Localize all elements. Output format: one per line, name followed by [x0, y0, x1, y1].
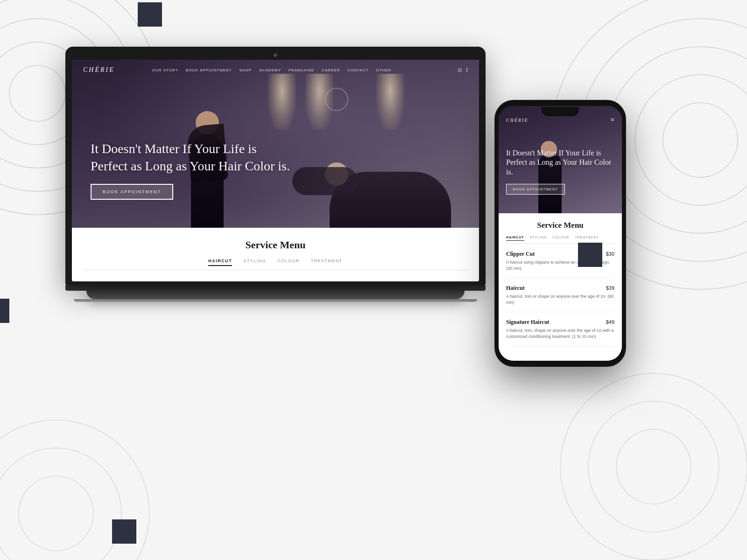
- svg-point-0: [9, 65, 65, 121]
- laptop-hinge: [65, 285, 486, 291]
- decorative-square-1: [138, 2, 162, 27]
- laptop-foot: [74, 299, 477, 302]
- service-item-price: $49: [606, 319, 614, 325]
- svg-point-7: [607, 47, 747, 233]
- hero-headline: It Doesn't Matter If Your Life is Perfec…: [91, 140, 296, 175]
- laptop-hero: CHÉRIE OUR STORY BOOK APPOINTMENT SHOP A…: [72, 60, 479, 228]
- phone-notch: [542, 107, 579, 116]
- decorative-square-4: [0, 299, 9, 323]
- phone-tab-styling[interactable]: STYLING: [530, 236, 547, 241]
- nav-our-story[interactable]: OUR STORY: [152, 68, 178, 72]
- nav-academy[interactable]: ACADEMY: [259, 68, 281, 72]
- service-item-desc: A haircut, trim or shape on anyone over …: [506, 294, 614, 305]
- phone-tab-haircut[interactable]: HAIRCUT: [506, 236, 524, 241]
- phone-outer: CHÉRIE ≡ It Doesn't Matter If Your Life …: [495, 100, 626, 366]
- laptop-camera: [274, 53, 277, 57]
- phone-tab-treatment[interactable]: TREATMENT: [575, 236, 599, 241]
- salon-lamp-3: [376, 74, 404, 130]
- service-item-name: Clipper Cut: [506, 251, 535, 258]
- service-menu-title: Service Menu: [83, 239, 468, 251]
- svg-point-12: [560, 373, 747, 560]
- service-item-price: $39: [606, 285, 614, 291]
- svg-point-5: [663, 103, 738, 177]
- hero-content: It Doesn't Matter If Your Life is Perfec…: [91, 140, 296, 200]
- svg-point-11: [588, 401, 719, 532]
- phone-logo: CHÉRIE: [506, 118, 529, 123]
- service-item-signature-haircut: Signature Haircut $49 A haircut, trim, s…: [506, 319, 614, 346]
- tab-haircut[interactable]: HAIRCUT: [208, 259, 232, 266]
- phone-nav: CHÉRIE ≡: [499, 116, 622, 124]
- tab-styling[interactable]: STYLING: [243, 259, 266, 266]
- service-item-header: Haircut $39: [506, 285, 614, 292]
- phone-book-button[interactable]: BOOK APPOINTMENT: [506, 184, 565, 195]
- nav-career[interactable]: CAREER: [322, 68, 340, 72]
- phone-hero: CHÉRIE ≡ It Doesn't Matter If Your Life …: [499, 106, 622, 213]
- service-item-price: $30: [606, 251, 614, 257]
- nav-social-icons: ⊙ f: [458, 67, 468, 74]
- laptop-mockup: CHÉRIE OUR STORY BOOK APPOINTMENT SHOP A…: [65, 47, 486, 302]
- service-item-name: Haircut: [506, 285, 525, 292]
- phone-hero-content: It Doesn't Matter If Your Life is Perfec…: [506, 148, 614, 195]
- phone-mockup: CHÉRIE ≡ It Doesn't Matter If Your Life …: [495, 100, 626, 366]
- salon-lamp-1: [268, 74, 296, 130]
- svg-point-14: [0, 448, 121, 560]
- service-item-name: Signature Haircut: [506, 319, 550, 326]
- service-tabs: HAIRCUT STYLING COLOUR TREATMENT: [83, 259, 468, 270]
- svg-point-6: [635, 75, 747, 205]
- salon-clock: [325, 88, 348, 111]
- nav-other[interactable]: OTHER: [376, 68, 392, 72]
- phone-service-section: Service Menu HAIRCUT STYLING COLOUR TREA…: [499, 213, 622, 361]
- phone-screen: CHÉRIE ≡ It Doesn't Matter If Your Life …: [499, 106, 622, 361]
- laptop-screen: CHÉRIE OUR STORY BOOK APPOINTMENT SHOP A…: [72, 60, 479, 281]
- site-logo: CHÉRIE: [83, 66, 115, 74]
- laptop-base: [86, 291, 465, 299]
- nav-book-appointment[interactable]: BOOK APPOINTMENT: [186, 68, 232, 72]
- phone-tab-colour[interactable]: COLOUR: [552, 236, 569, 241]
- hamburger-icon[interactable]: ≡: [611, 116, 614, 124]
- book-appointment-button[interactable]: BOOK APPOINTMENT: [91, 184, 173, 200]
- service-item-header: Signature Haircut $49: [506, 319, 614, 326]
- laptop-screen-outer: CHÉRIE OUR STORY BOOK APPOINTMENT SHOP A…: [65, 47, 486, 285]
- svg-point-13: [19, 476, 93, 551]
- service-section: Service Menu HAIRCUT STYLING COLOUR TREA…: [72, 228, 479, 281]
- service-item-haircut: Haircut $39 A haircut, trim or shape on …: [506, 285, 614, 312]
- decorative-square-3: [112, 519, 136, 544]
- nav-shop[interactable]: SHOP: [240, 68, 252, 72]
- client-figure: [320, 153, 451, 228]
- scene: CHÉRIE OUR STORY BOOK APPOINTMENT SHOP A…: [0, 0, 747, 560]
- instagram-icon: ⊙: [458, 67, 462, 74]
- phone-headline: It Doesn't Matter If Your Life is Perfec…: [506, 148, 614, 177]
- nav-contact[interactable]: CONTACT: [348, 68, 369, 72]
- tab-colour[interactable]: COLOUR: [277, 259, 300, 266]
- decorative-square-2: [578, 243, 602, 267]
- svg-point-10: [616, 429, 691, 504]
- service-item-desc: A haircut, trim, shape on anyone over th…: [506, 328, 614, 339]
- laptop-nav: CHÉRIE OUR STORY BOOK APPOINTMENT SHOP A…: [72, 60, 479, 80]
- nav-links: OUR STORY BOOK APPOINTMENT SHOP ACADEMY …: [152, 68, 392, 72]
- facebook-icon: f: [466, 67, 468, 74]
- nav-franchise[interactable]: FRANCHISE: [289, 68, 314, 72]
- tab-treatment[interactable]: TREATMENT: [311, 259, 343, 266]
- phone-service-title: Service Menu: [506, 221, 614, 230]
